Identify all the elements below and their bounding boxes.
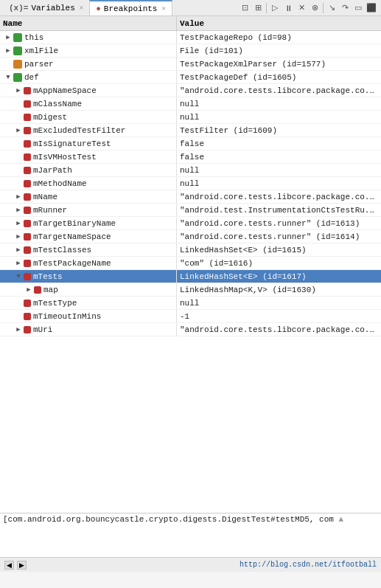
tree-row[interactable]: mIsSignatureTestfalse bbox=[0, 137, 381, 151]
tree-row[interactable]: ▼defTestPackageDef (id=1605) bbox=[0, 71, 381, 84]
tree-row[interactable]: ▼mTestsLinkedHashSet<E> (id=1617) bbox=[0, 270, 381, 283]
var-value-text: LinkedHashSet<E> (id=1615) bbox=[177, 246, 381, 255]
tree-row[interactable]: mTestTypenull bbox=[0, 297, 381, 310]
var-name-text: mTimeoutInMins bbox=[33, 312, 101, 321]
var-icon bbox=[24, 180, 31, 187]
var-name-text: mAppNameSpace bbox=[33, 86, 97, 95]
bottom-scroll-indicator[interactable]: ▲ bbox=[338, 515, 343, 524]
var-value-text: "android.core.tests.libcore.package.co..… bbox=[177, 193, 381, 201]
expand-btn[interactable]: ▶ bbox=[13, 192, 24, 202]
variables-icon: (x)= bbox=[9, 4, 28, 13]
toolbar-btn-7[interactable]: ↘ bbox=[325, 1, 338, 15]
var-name-text: mClassName bbox=[33, 100, 82, 108]
toolbar-btn-9[interactable]: ▭ bbox=[352, 1, 365, 15]
tab-variables-close[interactable]: ✕ bbox=[80, 4, 83, 12]
expand-btn[interactable]: ▶ bbox=[3, 46, 13, 56]
tree-row[interactable]: mDigestnull bbox=[0, 111, 381, 124]
var-icon bbox=[13, 33, 22, 42]
var-name-text: mIsVMHostTest bbox=[33, 153, 97, 162]
toolbar-btn-5[interactable]: ✕ bbox=[295, 1, 308, 15]
expand-btn bbox=[13, 99, 24, 109]
expand-btn[interactable]: ▶ bbox=[13, 325, 24, 335]
var-value-text: null bbox=[177, 166, 381, 175]
expand-btn[interactable]: ▶ bbox=[24, 285, 34, 295]
expand-btn[interactable]: ▼ bbox=[3, 72, 13, 83]
tree-row[interactable]: ▶mTestPackageName"com" (id=1616) bbox=[0, 257, 381, 270]
tree-row[interactable]: ▶mName"android.core.tests.libcore.packag… bbox=[0, 190, 381, 204]
var-icon bbox=[24, 167, 31, 174]
expand-btn[interactable]: ▶ bbox=[13, 232, 24, 242]
expand-btn[interactable]: ▶ bbox=[13, 205, 24, 215]
tree-row[interactable]: parserTestPackageXmlParser (id=1577) bbox=[0, 58, 381, 71]
var-value-text: LinkedHashSet<E> (id=1617) bbox=[177, 272, 381, 281]
var-value-text: File (id=101) bbox=[177, 46, 381, 55]
var-icon bbox=[24, 87, 31, 94]
tree-row[interactable]: ▶mExcludedTestFilterTestFilter (id=1609) bbox=[0, 124, 381, 137]
status-link[interactable]: http://blog.csdn.net/itfootball bbox=[240, 561, 377, 569]
var-icon bbox=[24, 326, 31, 333]
var-icon bbox=[13, 46, 22, 55]
var-icon bbox=[34, 286, 41, 294]
expand-btn[interactable]: ▶ bbox=[13, 218, 24, 229]
var-icon bbox=[24, 207, 31, 214]
var-name-text: mTests bbox=[33, 272, 63, 281]
tree-row[interactable]: ▶xmlFileFile (id=101) bbox=[0, 44, 381, 58]
tree-row[interactable]: mClassNamenull bbox=[0, 97, 381, 111]
tree-row[interactable]: ▶mAppNameSpace"android.core.tests.libcor… bbox=[0, 84, 381, 97]
var-icon bbox=[24, 140, 31, 148]
tree-row[interactable]: mJarPathnull bbox=[0, 164, 381, 177]
tab-bar: (x)= Variables ✕ ● Breakpoints ✕ ⊡ ⊞ ▷ ⏸… bbox=[0, 0, 381, 16]
tree-row[interactable]: mTimeoutInMins-1 bbox=[0, 310, 381, 323]
tree-area[interactable]: ▶thisTestPackageRepo (id=98)▶xmlFileFile… bbox=[0, 31, 381, 513]
expand-btn bbox=[13, 165, 24, 176]
expand-btn[interactable]: ▼ bbox=[13, 271, 24, 282]
tab-breakpoints-close[interactable]: ✕ bbox=[161, 4, 165, 13]
tree-row[interactable]: ▶mTargetNameSpace"android.core.tests.run… bbox=[0, 230, 381, 243]
bottom-text: [com.android.org.bouncycastle.crypto.dig… bbox=[3, 515, 334, 524]
var-name-text: mTestPackageName bbox=[33, 259, 111, 268]
toolbar-btn-1[interactable]: ⊡ bbox=[238, 1, 251, 15]
expand-btn bbox=[13, 311, 24, 322]
tree-row[interactable]: ▶thisTestPackageRepo (id=98) bbox=[0, 31, 381, 44]
var-name-text: mTestClasses bbox=[33, 246, 91, 255]
toolbar-btn-3[interactable]: ▷ bbox=[268, 1, 282, 15]
status-left-btn[interactable]: ◀ bbox=[4, 561, 14, 570]
var-value-text: TestPackageRepo (id=98) bbox=[177, 33, 381, 42]
tree-row[interactable]: mMethodNamenull bbox=[0, 177, 381, 190]
expand-btn[interactable]: ▶ bbox=[13, 125, 24, 136]
tab-variables[interactable]: (x)= Variables ✕ bbox=[3, 0, 89, 15]
tree-row[interactable]: ▶mUri"android.core.tests.libcore.package… bbox=[0, 323, 381, 336]
expand-btn bbox=[13, 298, 24, 308]
var-value-text: null bbox=[177, 113, 381, 122]
expand-btn[interactable]: ▶ bbox=[3, 32, 13, 43]
expand-btn[interactable]: ▶ bbox=[13, 258, 24, 269]
toolbar-btn-10[interactable]: ⬛ bbox=[365, 1, 378, 15]
var-icon bbox=[13, 73, 22, 82]
var-name-text: mRunner bbox=[33, 206, 67, 215]
tab-variables-label: Variables bbox=[31, 4, 74, 13]
var-value-text: TestPackageDef (id=1605) bbox=[177, 73, 381, 82]
tree-row[interactable]: ▶mapLinkedHashMap<K,V> (id=1630) bbox=[0, 283, 381, 297]
tree-row[interactable]: ▶mRunner"android.test.InstrumentationCts… bbox=[0, 204, 381, 217]
tree-row[interactable]: mIsVMHostTestfalse bbox=[0, 151, 381, 164]
var-name-text: mUri bbox=[33, 325, 52, 334]
var-value-text: "com" (id=1616) bbox=[177, 259, 381, 268]
expand-btn[interactable]: ▶ bbox=[13, 86, 24, 96]
col-value-header: Value bbox=[177, 16, 381, 30]
toolbar-btn-8[interactable]: ↷ bbox=[338, 1, 352, 15]
var-value-text: null bbox=[177, 299, 381, 308]
var-name-text: parser bbox=[24, 60, 54, 69]
table-header: Name Value bbox=[0, 16, 381, 31]
var-value-text: TestPackageXmlParser (id=1577) bbox=[177, 60, 381, 69]
toolbar-btn-4[interactable]: ⏸ bbox=[282, 1, 295, 15]
tree-row[interactable]: ▶mTargetBinaryName"android.core.tests.ru… bbox=[0, 217, 381, 230]
tree-row[interactable]: ▶mTestClassesLinkedHashSet<E> (id=1615) bbox=[0, 243, 381, 257]
tab-breakpoints[interactable]: ● Breakpoints ✕ bbox=[89, 0, 172, 15]
toolbar-btn-6[interactable]: ⊗ bbox=[308, 1, 321, 15]
var-value-text: null bbox=[177, 179, 381, 188]
var-icon bbox=[24, 313, 31, 320]
status-right-btn[interactable]: ▶ bbox=[17, 561, 27, 570]
toolbar-btn-2[interactable]: ⊞ bbox=[251, 1, 265, 15]
tab-breakpoints-label: Breakpoints bbox=[104, 4, 158, 13]
expand-btn[interactable]: ▶ bbox=[13, 245, 24, 255]
